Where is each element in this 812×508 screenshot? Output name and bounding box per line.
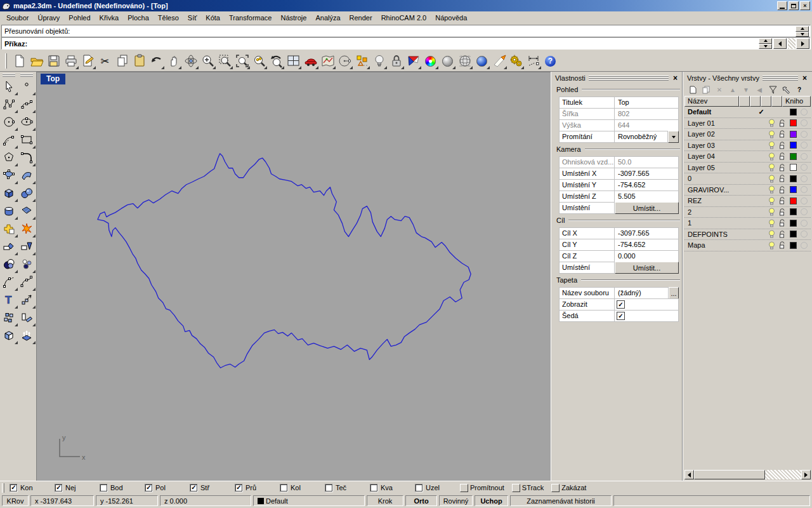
undo-icon[interactable] <box>148 53 164 69</box>
layer-color-swatch[interactable] <box>790 231 797 237</box>
layer-lock-icon[interactable] <box>779 231 786 238</box>
layer-material-icon[interactable] <box>801 109 808 116</box>
command-history-scrollbar[interactable] <box>796 26 809 37</box>
move-scale-icon[interactable] <box>18 291 36 309</box>
history-pane[interactable]: Zaznamenávat historii <box>510 495 612 506</box>
menu-teleso[interactable]: Těleso <box>154 12 183 23</box>
layer-lock-icon[interactable] <box>779 119 786 127</box>
lock-icon[interactable] <box>388 53 404 69</box>
point-icon[interactable] <box>18 77 36 95</box>
column-color[interactable] <box>771 96 782 107</box>
rhino-logo-icon[interactable] <box>405 53 421 69</box>
layer-visibility-bulb-icon[interactable] <box>768 185 775 194</box>
osnap-kon[interactable]: ✓Kon <box>10 484 55 492</box>
osnap-pru[interactable]: ✓Prů <box>235 484 280 492</box>
osnap-strack[interactable]: STrack <box>512 484 544 492</box>
prop-value-input[interactable]: -3097.565 <box>615 227 679 239</box>
join-icon[interactable] <box>0 255 18 273</box>
layer-color-swatch[interactable] <box>790 142 797 149</box>
menu-soubor[interactable]: Soubor <box>2 12 33 23</box>
cage-edit-icon[interactable] <box>0 326 18 344</box>
interpolate-curve-icon[interactable] <box>18 95 36 113</box>
toolbar-grip[interactable] <box>5 53 7 69</box>
minimize-button[interactable] <box>777 1 787 10</box>
scrollbar-thumb[interactable] <box>694 470 765 479</box>
layer-row[interactable]: Layer 01 <box>684 118 811 130</box>
column-library[interactable]: Kniho <box>782 96 811 107</box>
surface-grid-icon[interactable] <box>18 202 36 220</box>
layer-row[interactable]: GRAVIROV... <box>684 185 811 196</box>
map-icon[interactable] <box>320 53 336 69</box>
panel-drag-grip[interactable] <box>589 76 669 81</box>
undo-view-change-icon[interactable] <box>268 53 284 69</box>
layers-horizontal-scrollbar[interactable] <box>684 470 811 479</box>
command-next-button[interactable] <box>796 38 809 49</box>
menu-krivka[interactable]: Křivka <box>95 12 124 23</box>
close-icon[interactable]: × <box>801 74 808 83</box>
gray-wallpaper-checkbox[interactable]: ✓ <box>617 312 625 320</box>
circle-radius-icon[interactable] <box>337 53 353 69</box>
osnap-pol[interactable]: ✓Pol <box>145 484 190 492</box>
layer-row[interactable]: Default ✓ <box>684 107 811 118</box>
options-gears-icon[interactable] <box>508 53 524 69</box>
dimension-icon[interactable] <box>525 53 541 69</box>
layer-lock-icon[interactable] <box>779 186 786 194</box>
layer-color-swatch[interactable] <box>790 131 797 138</box>
tools-hammer-icon[interactable] <box>782 85 790 94</box>
restore-button[interactable] <box>789 1 799 10</box>
curved-surface-icon[interactable] <box>18 166 36 184</box>
prop-value-input[interactable]: 5.505 <box>615 190 679 203</box>
spin-up-icon[interactable] <box>759 38 772 44</box>
close-icon[interactable]: × <box>672 74 679 83</box>
layer-material-icon[interactable] <box>801 119 808 126</box>
map-outline-curve[interactable] <box>98 154 471 368</box>
ghosted-display-icon[interactable] <box>457 53 473 69</box>
layer-lock-icon[interactable] <box>779 164 786 171</box>
osnap-str[interactable]: ✓Stř <box>190 484 235 492</box>
group-icon[interactable] <box>18 255 36 273</box>
osnap-kva[interactable]: Kva <box>370 484 415 492</box>
layer-material-icon[interactable] <box>801 153 808 160</box>
layer-color-swatch[interactable] <box>790 119 797 126</box>
column-visible[interactable] <box>750 96 761 107</box>
layer-visibility-bulb-icon[interactable] <box>768 152 775 161</box>
layer-lock-icon[interactable] <box>779 152 786 160</box>
menu-sit[interactable]: Síť <box>183 12 202 23</box>
scroll-up-icon[interactable] <box>796 26 809 32</box>
layer-row[interactable]: Layer 03 <box>684 140 811 152</box>
osnap-bod[interactable]: Bod <box>100 484 145 492</box>
layer-color-swatch[interactable] <box>790 186 797 193</box>
menu-plocha[interactable]: Plocha <box>123 12 154 23</box>
osnap-nej[interactable]: ✓Nej <box>55 484 100 492</box>
layer-row[interactable]: Layer 04 <box>684 151 811 163</box>
rectangle-icon[interactable] <box>18 131 36 149</box>
menu-render[interactable]: Render <box>345 12 377 23</box>
layer-lock-icon[interactable] <box>779 241 786 249</box>
split-icon[interactable] <box>18 237 36 255</box>
uchop-pane[interactable]: Uchop <box>475 495 508 506</box>
prop-value-input[interactable]: -754.652 <box>615 239 679 251</box>
fillet-curves-icon[interactable] <box>0 273 18 291</box>
prop-value-input[interactable]: Top <box>615 97 679 109</box>
print-icon[interactable] <box>63 53 79 69</box>
layer-material-icon[interactable] <box>801 231 808 237</box>
layer-color-swatch[interactable] <box>790 175 797 182</box>
orto-pane[interactable]: Orto <box>405 495 437 506</box>
layer-material-icon[interactable] <box>801 208 808 215</box>
layer-color-swatch[interactable] <box>790 109 797 116</box>
help-icon[interactable]: ? <box>795 85 804 94</box>
scroll-left-icon[interactable] <box>684 470 694 479</box>
lamp-icon[interactable] <box>371 53 387 69</box>
layer-material-icon[interactable] <box>801 142 808 149</box>
left-toolbar-grip[interactable] <box>18 72 36 77</box>
shaded-display-icon[interactable] <box>440 53 455 69</box>
new-layer-icon[interactable] <box>688 85 697 94</box>
layer-lock-icon[interactable] <box>779 142 786 149</box>
viewport[interactable]: Top y x <box>36 72 551 481</box>
layer-lock-icon[interactable] <box>779 130 786 138</box>
copy-icon[interactable] <box>114 53 130 69</box>
copy-layer-icon[interactable] <box>702 85 710 94</box>
scroll-down-icon[interactable] <box>796 32 809 37</box>
rovinny-pane[interactable]: Rovinný <box>439 495 473 506</box>
layer-material-icon[interactable] <box>801 242 808 249</box>
